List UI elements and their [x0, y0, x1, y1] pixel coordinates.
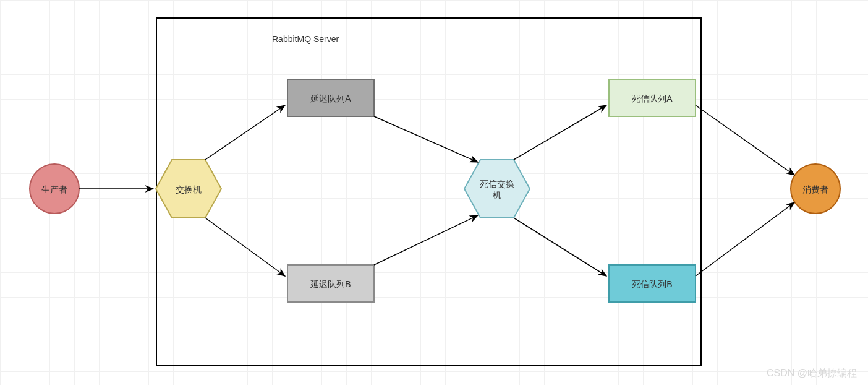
exchange-label: 交换机 — [176, 184, 202, 194]
consumer-label: 消费者 — [802, 184, 828, 194]
arrow-deadEx-deadB — [514, 218, 606, 276]
dead-exchange-label-line2: 机 — [493, 190, 501, 200]
delay-queue-b-label: 延迟队列B — [310, 279, 351, 289]
dead-exchange-node — [464, 160, 530, 218]
arrow-delayB-deadEx — [374, 215, 478, 265]
arrow-delayA-deadEx — [374, 116, 478, 162]
diagram-canvas: RabbitMQ Server 生产者 交换机 延迟队列A 延迟队列B 死信交换… — [0, 0, 868, 385]
dead-exchange-label-line1: 死信交换 — [480, 179, 514, 189]
dead-queue-b-label: 死信队列B — [632, 279, 672, 289]
arrow-deadA-consumer — [696, 105, 794, 175]
producer-label: 生产者 — [41, 184, 67, 194]
server-title: RabbitMQ Server — [272, 34, 339, 44]
arrow-deadEx-deadA — [514, 105, 606, 160]
arrow-exchange-delayA — [205, 105, 285, 160]
delay-queue-a-label: 延迟队列A — [310, 93, 351, 103]
arrow-exchange-delayB — [205, 218, 285, 276]
server-container — [156, 18, 701, 366]
watermark-text: CSDN @哈弟撩编程 — [767, 367, 857, 380]
arrow-deadB-consumer — [696, 202, 794, 276]
dead-queue-a-label: 死信队列A — [632, 93, 673, 103]
